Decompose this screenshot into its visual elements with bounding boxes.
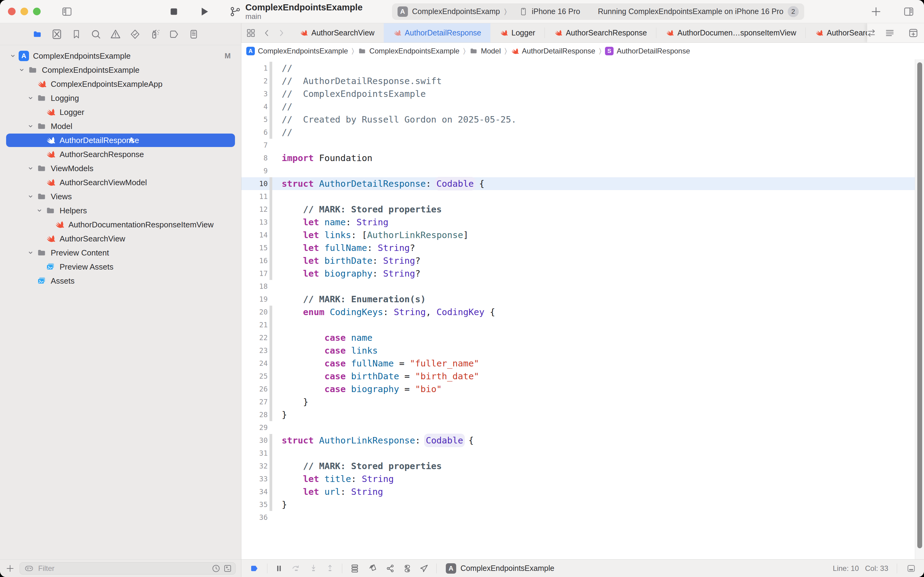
disclosure-chevron-icon[interactable] <box>9 53 17 59</box>
line-number[interactable]: 26 <box>241 385 268 393</box>
filter-field[interactable] <box>19 562 236 575</box>
step-into-icon[interactable] <box>309 564 318 573</box>
tab-authordetailresponse[interactable]: AuthorDetailResponse <box>384 23 490 42</box>
code-line-12[interactable]: 12 // MARK: Stored properties <box>241 203 924 216</box>
line-number[interactable]: 35 <box>241 501 268 509</box>
run-button[interactable] <box>198 6 210 18</box>
breadcrumb-item[interactable]: SAuthorDetailResponse <box>605 47 690 55</box>
disclosure-chevron-icon[interactable] <box>35 207 43 214</box>
line-number[interactable]: 7 <box>241 141 268 149</box>
tree-row-model[interactable]: Model <box>0 119 241 133</box>
environment-overrides-icon[interactable] <box>403 563 412 574</box>
tree-row-logging[interactable]: Logging <box>0 91 241 105</box>
recent-files-icon[interactable] <box>211 564 221 573</box>
code-line-1[interactable]: 1// <box>241 62 924 74</box>
line-number[interactable]: 15 <box>241 244 268 252</box>
breadcrumb-item[interactable]: AComplexEndpointsExample <box>246 47 348 55</box>
code-line-13[interactable]: 13 let name: String <box>241 216 924 229</box>
line-number[interactable]: 27 <box>241 398 268 406</box>
tree-row-complexendpointsexample[interactable]: AComplexEndpointsExampleM <box>0 49 241 63</box>
line-number[interactable]: 25 <box>241 372 268 380</box>
line-number[interactable]: 30 <box>241 437 268 444</box>
line-number[interactable]: 18 <box>241 282 268 290</box>
scrollbar-thumb[interactable] <box>917 62 922 548</box>
tree-row-preview-content[interactable]: Preview Content <box>0 246 241 260</box>
debug-area-toggle-icon[interactable] <box>906 564 917 573</box>
simulate-location-icon[interactable] <box>419 564 429 573</box>
tree-row-complexendpointsexampleapp[interactable]: ComplexEndpointsExampleApp <box>0 77 241 91</box>
run-destination[interactable]: iPhone 16 Pro <box>532 7 580 16</box>
line-number[interactable]: 19 <box>241 295 268 303</box>
tree-row-authordocumentationresponseitemview[interactable]: AuthorDocumentationResponseItemView <box>0 218 241 232</box>
line-number[interactable]: 4 <box>241 103 268 111</box>
tree-row-assets[interactable]: Assets <box>0 274 241 288</box>
add-editor-icon[interactable] <box>908 27 919 39</box>
reports-icon[interactable] <box>187 27 200 41</box>
process-graph-icon[interactable] <box>385 564 395 573</box>
project-navigator-icon[interactable] <box>31 27 44 41</box>
tree-row-helpers[interactable]: Helpers <box>0 203 241 218</box>
tree-row-viewmodels[interactable]: ViewModels <box>0 161 241 176</box>
disclosure-chevron-icon[interactable] <box>27 165 35 172</box>
filter-input[interactable] <box>38 564 208 573</box>
scheme-selector[interactable]: A ComplexEndpointsExamp 〉 iPhone 16 Pro … <box>392 3 804 20</box>
line-number[interactable]: 5 <box>241 116 268 124</box>
line-number[interactable]: 33 <box>241 475 268 483</box>
line-number[interactable]: 21 <box>241 321 268 329</box>
breadcrumb-item[interactable]: AuthorDetailResponse <box>510 47 595 55</box>
issue-count-badge[interactable]: 2 <box>788 6 799 17</box>
disclosure-chevron-icon[interactable] <box>18 67 26 73</box>
code-line-8[interactable]: 8import Foundation <box>241 152 924 164</box>
code-line-32[interactable]: 32 // MARK: Stored properties <box>241 459 924 472</box>
line-number[interactable]: 24 <box>241 359 268 367</box>
source-control-icon[interactable] <box>50 27 64 41</box>
code-line-9[interactable]: 9 <box>241 164 924 177</box>
code-line-10[interactable]: 10struct AuthorDetailResponse: Codable { <box>241 177 924 190</box>
code-line-6[interactable]: 6// <box>241 126 924 139</box>
breadcrumb-item[interactable]: ComplexEndpointsExample <box>358 47 460 55</box>
disclosure-chevron-icon[interactable] <box>27 95 35 102</box>
minimize-window-button[interactable] <box>21 8 28 15</box>
tests-icon[interactable] <box>128 27 142 41</box>
close-window-button[interactable] <box>8 8 16 15</box>
code-review-icon[interactable] <box>865 28 877 38</box>
tab-authordocumen-sponseitemview[interactable]: AuthorDocumen…sponseItemView <box>656 23 805 42</box>
debug-navigator-icon[interactable] <box>148 27 161 41</box>
tree-row-authorsearchresponse[interactable]: AuthorSearchResponse <box>0 147 241 161</box>
code-line-24[interactable]: 24 case fullName = "fuller_name" <box>241 357 924 370</box>
line-number[interactable]: 29 <box>241 424 268 432</box>
code-line-3[interactable]: 3// ComplexEndpointsExample <box>241 87 924 100</box>
running-process[interactable]: A ComplexEndpointsExample <box>446 563 554 574</box>
line-number[interactable]: 9 <box>241 167 268 175</box>
code-line-11[interactable]: 11 <box>241 190 924 203</box>
code-line-31[interactable]: 31 <box>241 447 924 459</box>
line-number[interactable]: 34 <box>241 488 268 496</box>
code-line-7[interactable]: 7 <box>241 139 924 152</box>
line-number[interactable]: 28 <box>241 411 268 419</box>
pause-execution-icon[interactable] <box>275 564 283 573</box>
code-line-30[interactable]: 30struct AuthorLinkResponse: Codable { <box>241 434 924 447</box>
breakpoints-icon[interactable] <box>167 27 181 41</box>
tree-row-authorsearchviewmodel[interactable]: AuthorSearchViewModel <box>0 176 241 190</box>
bookmarks-icon[interactable] <box>70 27 83 41</box>
new-tab-button[interactable] <box>870 6 882 18</box>
right-sidebar-toggle-icon[interactable] <box>903 6 915 17</box>
code-line-34[interactable]: 34 let url: String <box>241 485 924 498</box>
disclosure-chevron-icon[interactable] <box>27 193 35 200</box>
code-line-35[interactable]: 35} <box>241 498 924 511</box>
code-line-26[interactable]: 26 case biography = "bio" <box>241 383 924 395</box>
view-hierarchy-icon[interactable] <box>349 564 360 573</box>
tab-logger[interactable]: Logger <box>490 23 544 42</box>
editor-options-icon[interactable] <box>883 28 897 38</box>
add-file-button[interactable] <box>5 564 14 573</box>
code-line-20[interactable]: 20 enum CodingKeys: String, CodingKey { <box>241 306 924 318</box>
code-line-21[interactable]: 21 <box>241 318 924 331</box>
memory-graph-icon[interactable] <box>367 564 378 573</box>
line-number[interactable]: 16 <box>241 257 268 265</box>
line-number[interactable]: 22 <box>241 334 268 342</box>
filter-options-icon[interactable] <box>23 564 35 573</box>
code-line-2[interactable]: 2// AuthorDetailResponse.swift <box>241 74 924 87</box>
tab-authorsearchresponse[interactable]: AuthorSearchResponse <box>545 23 656 42</box>
editor-grid-icon[interactable] <box>246 28 256 38</box>
line-number[interactable]: 13 <box>241 218 268 226</box>
